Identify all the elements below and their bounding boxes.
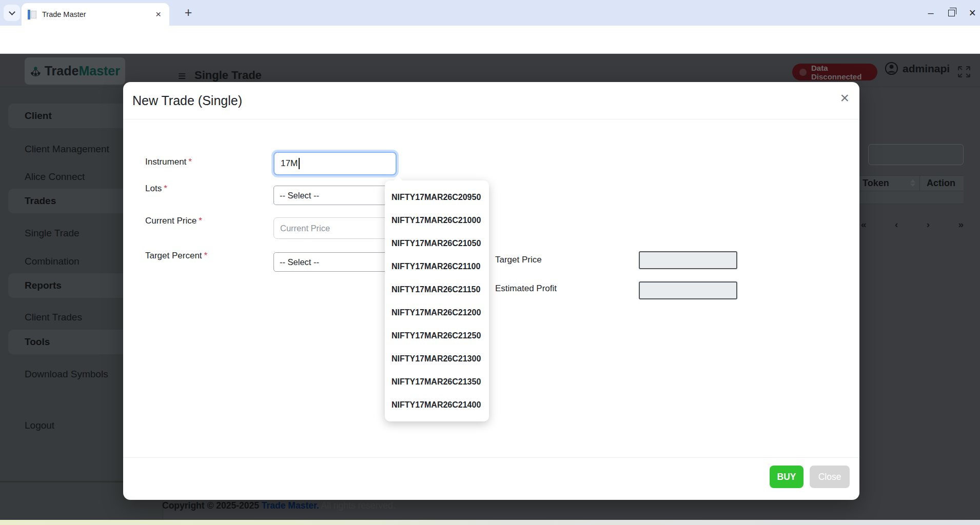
chevron-down-icon <box>9 9 15 15</box>
target-price-label: Target Price <box>495 255 542 265</box>
tab-title: Trade Master <box>42 10 153 18</box>
modal-header-divider <box>123 119 859 119</box>
dropdown-option[interactable]: NIFTY17MAR26C21150 <box>385 278 489 301</box>
instrument-dropdown: NIFTY17MAR26C20950 NIFTY17MAR26C21000 NI… <box>385 180 489 421</box>
dropdown-option[interactable]: NIFTY17MAR26C21200 <box>385 301 489 324</box>
tab-close-icon[interactable]: × <box>153 9 163 20</box>
modal-footer-divider <box>123 457 859 458</box>
lots-select[interactable]: -- Select -- <box>273 186 397 205</box>
estimated-profit-input <box>639 281 737 299</box>
new-tab-button[interactable]: + <box>181 5 196 21</box>
instrument-input[interactable]: 17M <box>273 152 397 175</box>
dropdown-option[interactable]: NIFTY17MAR26C21400 <box>385 393 489 416</box>
window-restore-button[interactable] <box>948 10 955 16</box>
instrument-label: Instrument* <box>145 157 192 167</box>
target-price-input <box>639 251 737 269</box>
buy-button[interactable]: BUY <box>770 466 803 488</box>
text-cursor <box>299 158 300 169</box>
new-trade-modal: New Trade (Single) × Instrument* 17M Lot… <box>123 82 859 500</box>
target-percent-select[interactable]: -- Select -- <box>273 252 397 272</box>
dropdown-option[interactable]: NIFTY17MAR26C21250 <box>385 324 489 347</box>
window-controls: – × <box>928 0 976 26</box>
browser-tab[interactable]: Trade Master × <box>22 3 169 26</box>
window-close-button[interactable]: × <box>969 7 976 19</box>
dropdown-option[interactable]: NIFTY17MAR26C21000 <box>385 209 489 232</box>
estimated-profit-label: Estimated Profit <box>495 284 557 294</box>
current-price-input[interactable] <box>273 217 397 239</box>
dropdown-option[interactable]: NIFTY17MAR26C20950 <box>385 186 489 209</box>
screen: Trade Master × + – × ← → ↻ ⚠ Not secure … <box>0 0 980 525</box>
dropdown-option[interactable]: NIFTY17MAR26C21350 <box>385 370 489 393</box>
modal-title: New Trade (Single) <box>132 93 242 108</box>
target-percent-label: Target Percent* <box>145 251 207 261</box>
dropdown-option[interactable]: NIFTY17MAR26C21050 <box>385 232 489 255</box>
browser-toolbar: ← → ↻ ⚠ Not secure trademasterss.com/Sin… <box>0 26 980 54</box>
tab-search-button[interactable] <box>4 5 20 21</box>
site-favicon-icon <box>28 10 36 19</box>
page-bottom-strip <box>0 520 980 525</box>
lots-label: Lots* <box>145 184 167 194</box>
browser-tab-strip: Trade Master × + – × <box>0 0 980 26</box>
modal-close-icon[interactable]: × <box>840 90 849 106</box>
window-minimize-button[interactable]: – <box>928 8 933 18</box>
dropdown-option[interactable]: NIFTY17MAR26C21100 <box>385 255 489 278</box>
current-price-label: Current Price* <box>145 216 202 226</box>
close-button[interactable]: Close <box>810 466 850 488</box>
dropdown-option[interactable]: NIFTY17MAR26C21300 <box>385 347 489 370</box>
app-page: TradeMaster ≡ Single Trade Data Disconne… <box>0 54 980 520</box>
